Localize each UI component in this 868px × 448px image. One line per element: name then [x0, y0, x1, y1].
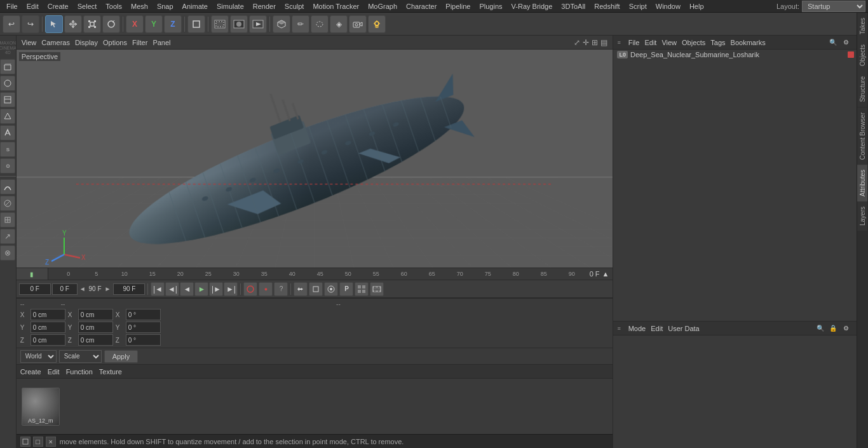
attributes-edit[interactable]: Edit: [651, 325, 663, 332]
menu-select[interactable]: Select: [74, 1, 101, 11]
frame-arrow-right[interactable]: ►: [104, 285, 112, 292]
attributes-lock-button[interactable]: 🔒: [827, 323, 839, 334]
y1-input[interactable]: [31, 322, 65, 333]
attributes-settings-button[interactable]: ⚙: [840, 323, 851, 334]
objects-bookmarks[interactable]: Bookmarks: [731, 39, 766, 46]
status-icon-2[interactable]: □: [33, 437, 43, 447]
key-film-button[interactable]: [370, 282, 384, 296]
x1-input[interactable]: [31, 309, 65, 320]
z2-input[interactable]: [78, 334, 113, 346]
frame-arrow-left[interactable]: ◄: [78, 285, 87, 292]
undo-button[interactable]: ↩: [3, 15, 20, 33]
step-back-button[interactable]: ◄|: [165, 282, 179, 296]
sidebar-btn-6[interactable]: S: [0, 142, 15, 157]
objects-edit[interactable]: Edit: [644, 39, 656, 46]
rotate-tool-button[interactable]: [102, 15, 120, 33]
viewport[interactable]: View Cameras Display Options Filter Pane…: [17, 36, 613, 268]
attributes-mode[interactable]: Mode: [628, 325, 646, 332]
tab-structure[interactable]: Structure: [857, 71, 868, 107]
y3-input[interactable]: [126, 322, 161, 333]
z-axis-button[interactable]: Z: [164, 15, 182, 33]
sidebar-btn-8[interactable]: [0, 179, 15, 194]
material-edit[interactable]: Edit: [48, 368, 60, 376]
sidebar-btn-9[interactable]: [0, 196, 15, 211]
menu-pipeline[interactable]: Pipeline: [442, 1, 474, 11]
menu-3dtoall[interactable]: 3DToAll: [557, 1, 589, 11]
material-swatch[interactable]: AS_12_m: [22, 388, 60, 426]
status-icon-3[interactable]: ×: [46, 437, 56, 447]
menu-motion-tracker[interactable]: Motion Tracker: [309, 1, 363, 11]
viewport-cameras[interactable]: Cameras: [41, 39, 70, 46]
brush-tool-button[interactable]: ◈: [330, 15, 348, 33]
key-help-button[interactable]: ?: [274, 282, 288, 296]
z1-input[interactable]: [31, 334, 65, 346]
object-item-submarine[interactable]: L0 Deep_Sea_Nuclear_Submarine_Losharik: [613, 50, 868, 60]
menu-help[interactable]: Help: [686, 1, 708, 11]
render-pic-button[interactable]: [230, 15, 248, 33]
menu-plugins[interactable]: Plugins: [475, 1, 506, 11]
perspective-cube-button[interactable]: [273, 15, 290, 33]
menu-create[interactable]: Create: [44, 1, 72, 11]
menu-window[interactable]: Window: [652, 1, 684, 11]
menu-render[interactable]: Render: [249, 1, 280, 11]
world-dropdown[interactable]: World Object: [20, 350, 57, 363]
redo-button[interactable]: ↪: [22, 15, 39, 33]
scale-tool-button[interactable]: [83, 15, 101, 33]
key-grid-button[interactable]: [355, 282, 369, 296]
sidebar-btn-3[interactable]: [0, 92, 15, 107]
object-mode-button[interactable]: [187, 15, 205, 33]
x-axis-button[interactable]: X: [126, 15, 144, 33]
menu-animate[interactable]: Animate: [179, 1, 212, 11]
objects-view[interactable]: View: [661, 39, 677, 46]
sidebar-btn-4[interactable]: [0, 109, 15, 124]
menu-redshift[interactable]: Redshift: [590, 1, 623, 11]
sidebar-btn-5[interactable]: [0, 125, 15, 140]
tab-takes[interactable]: Takes: [857, 13, 868, 39]
viewport-display[interactable]: Display: [75, 39, 98, 46]
viewport-filter[interactable]: Filter: [132, 39, 147, 46]
scale-dropdown[interactable]: Scale Absolute: [59, 350, 102, 363]
render-viewport-button[interactable]: [249, 15, 267, 33]
sidebar-btn-11[interactable]: ↗: [0, 229, 15, 244]
y-axis-button[interactable]: Y: [145, 15, 163, 33]
viewport-view[interactable]: View: [22, 39, 37, 46]
sidebar-btn-12[interactable]: ⊗: [0, 245, 15, 261]
viewport-options[interactable]: Options: [103, 39, 127, 46]
play-back-button[interactable]: ◄: [180, 282, 194, 296]
tab-layers[interactable]: Layers: [857, 201, 868, 231]
pen-tool-button[interactable]: ✏: [292, 15, 309, 33]
timeline[interactable]: ▮ 0 5 10 15 20 25 30 35 40 45 50 55 60 6…: [17, 268, 613, 280]
end-frame-input[interactable]: [113, 283, 145, 295]
tab-content-browser[interactable]: Content Browser: [857, 107, 868, 165]
menu-file[interactable]: File: [3, 1, 22, 11]
material-texture[interactable]: Texture: [99, 368, 122, 376]
viewport-icon-1[interactable]: ⤢: [574, 38, 580, 47]
material-function[interactable]: Function: [66, 368, 93, 376]
timeline-arrow[interactable]: ▲: [602, 270, 609, 278]
move-tool-button[interactable]: [64, 15, 82, 33]
objects-file[interactable]: File: [628, 39, 640, 46]
menu-simulate[interactable]: Simulate: [213, 1, 248, 11]
menu-mesh[interactable]: Mesh: [127, 1, 152, 11]
key-frame-button[interactable]: [309, 282, 323, 296]
sidebar-btn-1[interactable]: [0, 59, 15, 74]
objects-tags[interactable]: Tags: [710, 39, 725, 46]
menu-tools[interactable]: Tools: [102, 1, 126, 11]
menu-script[interactable]: Script: [625, 1, 651, 11]
record-button[interactable]: [243, 282, 257, 296]
viewport-icon-4[interactable]: ▤: [600, 38, 607, 47]
apply-button[interactable]: Apply: [104, 350, 139, 363]
move-key-button[interactable]: [294, 282, 308, 296]
menu-character[interactable]: Character: [402, 1, 440, 11]
viewport-icon-3[interactable]: ⊞: [592, 38, 598, 47]
objects-search-button[interactable]: 🔍: [827, 37, 839, 48]
render-region-button[interactable]: [211, 15, 229, 33]
current-frame-input[interactable]: [52, 283, 78, 295]
attributes-userdata[interactable]: User Data: [668, 325, 700, 332]
start-frame-input[interactable]: [19, 283, 51, 295]
tab-attributes[interactable]: Attributes: [857, 165, 868, 201]
z3-input[interactable]: [126, 334, 161, 346]
sidebar-btn-2[interactable]: [0, 76, 15, 91]
menu-edit[interactable]: Edit: [23, 1, 43, 11]
timeline-ruler[interactable]: 0 5 10 15 20 25 30 35 40 45 50 55 60 65 …: [48, 271, 586, 277]
